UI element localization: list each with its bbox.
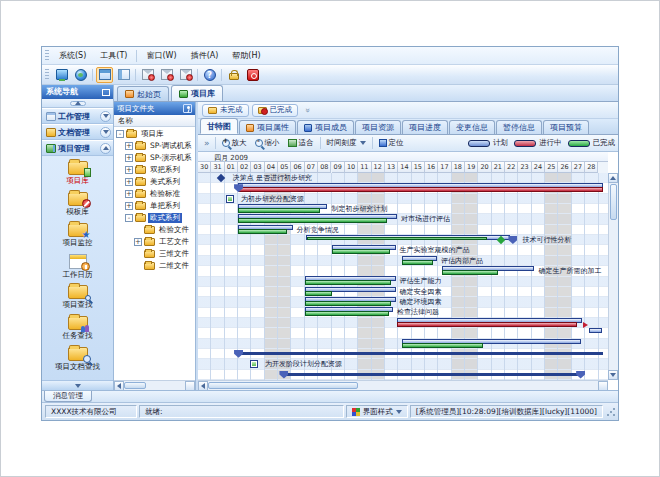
nav-collapse-strip[interactable] <box>42 99 113 108</box>
sidebar-item-project-search[interactable]: 项目查找 <box>42 283 113 314</box>
doc-tab-project-library[interactable]: 项目库 <box>171 85 223 101</box>
tree-item[interactable]: 检验文件 <box>114 224 195 236</box>
filter-button-finished[interactable]: 已完成 <box>252 104 299 117</box>
locate-button[interactable]: 定位 <box>375 137 408 149</box>
gantt-body[interactable]: 决策点 是否进行初步研究为初步研究分配资源制定初步研究计划对市场进行评估分析竞争… <box>198 173 608 380</box>
zoom-out-button[interactable]: -缩小 <box>251 137 284 149</box>
sidebar-item-project-monitor[interactable]: ★项目监控 <box>42 221 113 252</box>
message-management-tab[interactable]: 消息管理 <box>44 391 92 402</box>
exit-button[interactable] <box>244 67 261 83</box>
help-button[interactable] <box>201 67 218 83</box>
gantt-row[interactable]: 确定生产所需的加工 <box>198 266 608 276</box>
tree-item[interactable]: +单把系列 <box>114 200 195 212</box>
expand-icon[interactable]: + <box>125 190 133 198</box>
gantt-row[interactable] <box>198 318 608 328</box>
menu-item-system[interactable]: 系统(S) <box>52 48 93 63</box>
gantt-row[interactable] <box>198 328 608 338</box>
nav-options-icon[interactable] <box>102 89 110 96</box>
sidebar-item-template-library[interactable]: 模板库 <box>42 190 113 221</box>
expand-icon[interactable]: + <box>125 154 133 162</box>
gantt-row[interactable]: 评估生产能力 <box>198 276 608 286</box>
fit-button[interactable]: 适合 <box>284 137 318 149</box>
tree-item[interactable]: +工艺文件 <box>114 236 195 248</box>
view-tab-project-properties[interactable]: 项目属性 <box>239 120 296 134</box>
view-tab-project-budget[interactable]: 项目预算 <box>543 120 589 134</box>
mail-send-button[interactable] <box>177 67 194 83</box>
filter-overflow-chevron[interactable]: » <box>303 108 312 113</box>
sidebar-item-project-doc-search[interactable]: 项目文档查找 <box>42 345 113 376</box>
sidebar-item-task-search[interactable]: 任务查找 <box>42 314 113 345</box>
expand-icon[interactable]: + <box>125 142 133 150</box>
view-tab-gantt[interactable]: 甘特图 <box>200 118 238 134</box>
mail-receive-button[interactable] <box>158 67 175 83</box>
tree-horizontal-scrollbar[interactable] <box>114 380 195 390</box>
pin-icon[interactable] <box>183 104 192 113</box>
tree-column-header[interactable]: 名称 <box>114 115 195 127</box>
gantt-row[interactable] <box>198 370 608 380</box>
layout-window-button[interactable] <box>115 67 132 83</box>
resize-grip[interactable] <box>606 407 616 417</box>
expand-icon[interactable]: + <box>125 166 133 174</box>
tree-item[interactable]: -项目库 <box>114 128 195 140</box>
panel-window-button[interactable] <box>96 67 113 83</box>
web-button[interactable] <box>72 67 89 83</box>
sidebar-item-work-calendar[interactable]: 工作日历 <box>42 252 113 283</box>
menubar-grip[interactable] <box>45 50 49 62</box>
gantt-row[interactable]: 对市场进行评估 <box>198 214 608 224</box>
gantt-row[interactable] <box>198 349 608 359</box>
nav-section-work-management[interactable]: 工作管理 <box>42 108 113 124</box>
view-tab-change-info[interactable]: 变更信息 <box>449 120 495 134</box>
gantt-row[interactable]: 评估内部产品 <box>198 256 608 266</box>
gantt-vertical-scrollbar[interactable] <box>608 173 618 380</box>
tree-item[interactable]: 二维文件 <box>114 260 195 272</box>
sidebar-item-project-library[interactable]: 项目库 <box>42 159 113 190</box>
gantt-row[interactable]: 制定初步研究计划 <box>198 204 608 214</box>
zoom-in-button[interactable]: +放大 <box>218 137 251 149</box>
expand-icon[interactable]: + <box>125 202 133 210</box>
gantt-row[interactable]: 生产实验室规模的产品 <box>198 245 608 255</box>
gantt-row[interactable]: 为初步研究分配资源 <box>198 194 608 204</box>
expand-icon[interactable]: + <box>125 178 133 186</box>
gantt-row[interactable]: 确定环境因素 <box>198 297 608 307</box>
collapse-icon[interactable]: - <box>116 130 124 138</box>
view-tab-project-progress[interactable]: 项目进度 <box>402 120 448 134</box>
expand-icon[interactable]: + <box>134 238 142 246</box>
gantt-row[interactable] <box>198 183 608 193</box>
tree-item[interactable]: -欧式系列 <box>114 212 195 224</box>
gantt-row[interactable]: 确定安全因素 <box>198 287 608 297</box>
section-toggle-button[interactable] <box>100 111 111 122</box>
view-tab-project-resources[interactable]: 项目资源 <box>355 120 401 134</box>
gantt-horizontal-scrollbar[interactable] <box>198 380 608 390</box>
section-toggle-button[interactable] <box>100 143 111 154</box>
gantt-row[interactable]: 检查法律问题 <box>198 307 608 317</box>
view-tab-pause-info[interactable]: 暂停信息 <box>496 120 542 134</box>
mail-new-button[interactable] <box>139 67 156 83</box>
view-tab-project-members[interactable]: 项目成员 <box>297 120 354 134</box>
collapse-icon[interactable]: - <box>125 214 133 222</box>
menu-item-plugins[interactable]: 插件(A) <box>184 48 226 63</box>
gantt-row[interactable]: 技术可行性分析 <box>198 235 608 245</box>
lock-button[interactable] <box>225 67 242 83</box>
menu-item-help[interactable]: 帮助(H) <box>225 48 267 63</box>
gantt-row[interactable]: 决策点 是否进行初步研究 <box>198 173 608 183</box>
gantt-row[interactable]: 分析竞争情况 <box>198 225 608 235</box>
tree-item[interactable]: 三维文件 <box>114 248 195 260</box>
toolbar-overflow-chevron[interactable]: » <box>204 138 210 148</box>
gantt-row[interactable]: 为开发阶段计划分配资源 <box>198 359 608 369</box>
nav-section-document-management[interactable]: 文档管理 <box>42 124 113 140</box>
computer-button[interactable] <box>53 67 70 83</box>
interface-style-button[interactable]: 界面样式 <box>346 405 408 418</box>
doc-tab-start-page[interactable]: 起始页 <box>117 86 169 101</box>
filter-button-unfinished[interactable]: 未完成 <box>202 104 249 117</box>
menu-item-window[interactable]: 窗口(W) <box>139 48 183 63</box>
tree-item[interactable]: +检验标准 <box>114 188 195 200</box>
toolbar-grip[interactable] <box>45 69 49 81</box>
nav-bottom-strip[interactable] <box>42 380 113 390</box>
tree-item[interactable]: +美式系列 <box>114 176 195 188</box>
time-scale-button[interactable]: 时间刻度 <box>323 137 370 149</box>
menu-item-tools[interactable]: 工具(T) <box>93 48 134 63</box>
tree-item[interactable]: +双把系列 <box>114 164 195 176</box>
section-toggle-button[interactable] <box>100 127 111 138</box>
tree-item[interactable]: +SP-调试机系 <box>114 140 195 152</box>
gantt-row[interactable] <box>198 339 608 349</box>
